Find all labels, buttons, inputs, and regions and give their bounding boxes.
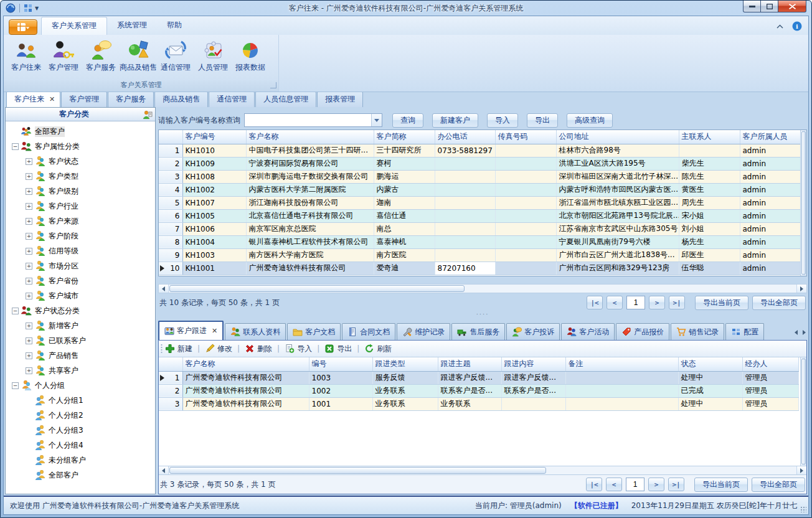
table-cell[interactable]: KH1001 — [182, 261, 246, 275]
table-cell[interactable] — [435, 196, 495, 209]
table-cell[interactable] — [495, 196, 556, 209]
table-cell[interactable]: 联系客户是否... — [438, 384, 501, 397]
export-records-button[interactable]: 导出 — [324, 344, 352, 354]
tree-item[interactable]: +客户类型 — [6, 169, 155, 184]
tree-expander-icon[interactable]: − — [12, 143, 19, 150]
table-cell[interactable]: 南京军区南京总医院 — [246, 222, 374, 235]
scroll-right-icon[interactable] — [796, 466, 806, 474]
column-header[interactable]: 主联系人 — [679, 130, 740, 144]
table-row[interactable]: 1广州爱奇迪软件科技有限公司1003服务反馈跟进客户反馈...跟进客户反馈...… — [159, 371, 798, 384]
ribbon-tab-help[interactable]: 帮助 — [157, 17, 192, 35]
followup-grid-vscrollbar[interactable] — [800, 357, 806, 466]
table-cell[interactable]: 银川嘉泰神机工程软件技术有限公司 — [246, 235, 374, 248]
new-customer-button[interactable]: 新建客户 — [432, 113, 478, 128]
table-cell[interactable] — [495, 248, 556, 261]
tree-item-label[interactable]: 客户城市 — [49, 291, 78, 301]
detail-tab-contract-documents[interactable]: 合同文档 — [342, 323, 395, 340]
table-cell[interactable]: KH1005 — [182, 209, 246, 222]
doc-tab-personnel-info-management[interactable]: 人员信息管理 — [255, 92, 316, 107]
table-cell[interactable]: 桂林市六合路98号 — [556, 144, 679, 157]
table-row[interactable]: 10KH1001广州爱奇迪软件科技有限公司爱奇迪87207160广州市白云区同和… — [159, 261, 800, 275]
column-header[interactable]: 客户简称 — [374, 130, 435, 144]
column-header[interactable]: 传真号码 — [495, 130, 556, 144]
table-cell[interactable]: KH1003 — [182, 248, 246, 261]
column-header[interactable]: 客户名称 — [246, 130, 374, 144]
table-cell[interactable] — [495, 144, 556, 157]
tree-item[interactable]: +客户级别 — [6, 184, 155, 199]
table-cell[interactable] — [495, 222, 556, 235]
tree-item[interactable]: +新增客户 — [6, 318, 155, 333]
column-header[interactable]: 公司地址 — [556, 130, 679, 144]
table-row[interactable]: 2KH1009宁波赛柯国际贸易有限公司赛柯洪塘工业A区洪大路195号柴先生adm… — [159, 157, 800, 170]
column-header[interactable]: 跟进类型 — [372, 357, 438, 371]
table-cell[interactable]: admin — [740, 209, 800, 222]
table-cell[interactable]: KH1009 — [182, 157, 246, 170]
prev-page-button[interactable]: < — [607, 296, 623, 309]
detail-tab-sales-records[interactable]: 销售记录 — [671, 323, 724, 340]
row-number-cell[interactable]: 2 — [159, 157, 182, 170]
table-cell[interactable]: 处理中 — [678, 397, 742, 410]
table-cell[interactable]: 1002 — [309, 384, 372, 397]
table-cell[interactable]: 内蒙古呼和浩特市回民区内蒙古医... — [556, 183, 679, 196]
tree-expander-icon[interactable]: + — [26, 248, 32, 255]
table-cell[interactable]: 宁夏银川凤凰南街79号六楼 — [556, 235, 679, 248]
table-cell[interactable]: 1003 — [309, 371, 372, 384]
table-cell[interactable]: KH1004 — [182, 235, 246, 248]
row-number-cell[interactable]: 7 — [159, 222, 182, 235]
tree-expander-icon[interactable]: + — [26, 173, 32, 180]
ribbon-button-customer-management[interactable]: 客户管理 — [45, 37, 82, 73]
table-cell[interactable] — [495, 261, 556, 275]
next-page-button[interactable]: > — [649, 296, 665, 309]
import-records-button[interactable]: 导入 — [285, 344, 312, 354]
register-status-link[interactable]: 【软件已注册】 — [570, 501, 623, 511]
table-cell[interactable]: 广州爱奇迪软件科技有限公司 — [182, 384, 309, 397]
table-cell[interactable]: 业务联系 — [372, 384, 438, 397]
table-cell[interactable]: 陈先生 — [679, 170, 740, 183]
refresh-button[interactable]: 刷新 — [364, 344, 392, 354]
table-row[interactable]: 9KH1003南方医科大学南方医院南方医院广州市白云区广州大道北1838号...… — [159, 248, 800, 261]
table-cell[interactable]: 南方医科大学南方医院 — [246, 248, 374, 261]
table-cell[interactable]: KH1008 — [182, 170, 246, 183]
table-cell[interactable]: 宁波赛柯国际贸易有限公司 — [246, 157, 374, 170]
detail-tab-customer-followup[interactable]: 客户跟进✕ — [158, 321, 224, 340]
table-cell[interactable] — [435, 222, 495, 235]
tree-item[interactable]: +信用等级 — [6, 243, 155, 258]
column-header[interactable]: 客户编号 — [182, 130, 246, 144]
table-cell[interactable]: 刘小姐 — [679, 222, 740, 235]
table-cell[interactable]: KH1002 — [182, 183, 246, 196]
export-button[interactable]: 导出 — [527, 113, 558, 128]
close-tab-icon[interactable]: ✕ — [212, 327, 217, 335]
application-menu-button[interactable] — [9, 19, 37, 35]
tree-item[interactable]: +客户行业 — [6, 199, 155, 214]
detail-tab-product-quotes[interactable]: 产品报价 — [616, 323, 669, 340]
table-row[interactable]: 3KH1008深圳市鹏海运电子数据交换有限公司鹏海运深圳市福田区深南大道北竹子林… — [159, 170, 800, 183]
row-number-cell[interactable]: 8 — [159, 235, 182, 248]
table-cell[interactable]: 广州爱奇迪软件科技有限公司 — [182, 371, 309, 384]
table-cell[interactable]: 深圳市鹏海运电子数据交换有限公司 — [246, 170, 374, 183]
table-cell[interactable] — [565, 384, 678, 397]
table-cell[interactable]: 黄医生 — [679, 183, 740, 196]
table-row[interactable]: 8KH1004银川嘉泰神机工程软件技术有限公司嘉泰神机宁夏银川凤凰南街79号六楼… — [159, 235, 800, 248]
table-row[interactable]: 2广州爱奇迪软件科技有限公司1002业务联系联系客户是否...联系客户是否...… — [159, 384, 798, 397]
table-cell[interactable]: 广州市白云区广州大道北1838号... — [556, 248, 679, 261]
table-cell[interactable]: 柴先生 — [679, 157, 740, 170]
table-cell[interactable]: 杨先生 — [679, 235, 740, 248]
export-current-page-button[interactable]: 导出当前页 — [695, 296, 748, 310]
table-cell[interactable] — [495, 235, 556, 248]
table-cell[interactable]: 浙江省温州市瓯北镇东瓯工业区园... — [556, 196, 679, 209]
customer-grid-vscrollbar[interactable] — [800, 130, 806, 276]
table-cell[interactable]: 江苏省南京市玄武区中山东路305号 — [556, 222, 679, 235]
ribbon-button-communication-management[interactable]: 通信管理 — [157, 37, 194, 73]
tree-item[interactable]: 个人分组3 — [6, 423, 155, 438]
table-cell[interactable]: 处理中 — [678, 371, 742, 384]
doc-tab-customer-management[interactable]: 客户管理 — [61, 92, 107, 107]
table-cell[interactable]: 三十四研究所 — [374, 144, 435, 157]
tree-expander-icon[interactable]: + — [26, 188, 32, 195]
table-cell[interactable] — [435, 235, 495, 248]
table-cell[interactable]: 联系客户是否... — [501, 384, 565, 397]
delete-record-button[interactable]: 删除 — [245, 344, 272, 354]
table-cell[interactable] — [435, 170, 495, 183]
tree-item-label[interactable]: 未分组客户 — [49, 455, 86, 466]
table-cell[interactable]: 广州市白云区同和路329号123房 — [556, 261, 679, 275]
tree-item-label[interactable]: 产品销售 — [49, 351, 78, 361]
